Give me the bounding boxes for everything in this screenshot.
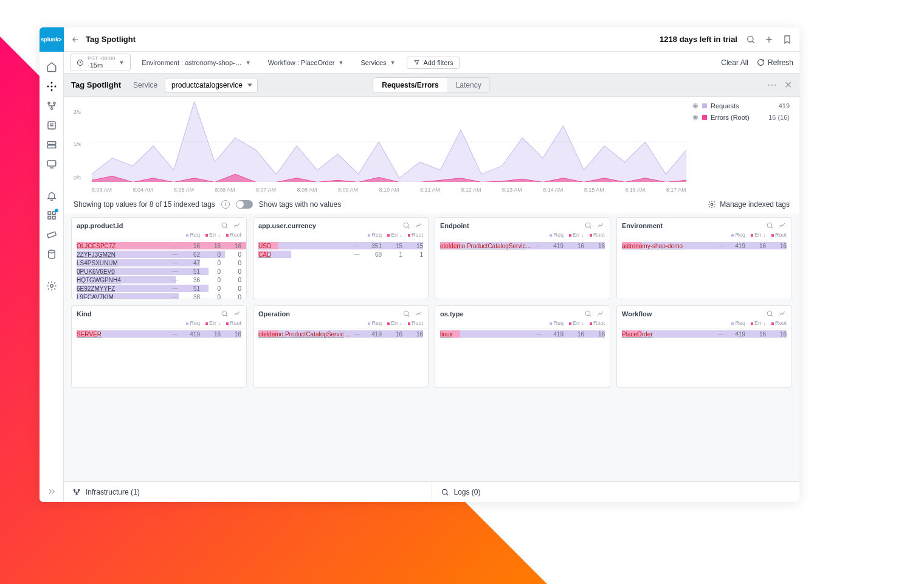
tag-value-row[interactable]: CAD—6811 — [258, 250, 423, 259]
search-icon[interactable] — [746, 35, 756, 44]
tab-requests-errors[interactable]: Requests/Errors — [373, 78, 447, 92]
err-value: 16 — [200, 243, 221, 249]
database-icon[interactable] — [46, 249, 57, 260]
err-value: 15 — [382, 243, 402, 249]
bookmark-icon[interactable] — [782, 35, 792, 44]
svg-rect-12 — [48, 212, 51, 215]
footer-logs[interactable]: Logs (0) — [432, 482, 800, 502]
show-no-values-toggle[interactable] — [236, 200, 253, 209]
err-value: 16 — [200, 331, 221, 338]
tag-card: KindReqErr ↓RootSERVER—4191616 — [71, 305, 247, 388]
req-value: 62 — [179, 251, 200, 258]
col-req: Req — [179, 320, 200, 326]
timezone-label: PST -08:00 — [88, 56, 115, 61]
card-chart-icon[interactable] — [415, 310, 423, 318]
server-icon[interactable] — [46, 139, 57, 150]
card-search-icon[interactable] — [584, 221, 592, 229]
grid-icon[interactable] — [46, 210, 57, 221]
card-search-icon[interactable] — [766, 221, 774, 229]
tag-value-row[interactable]: SERVER—4191616 — [77, 330, 241, 338]
ruler-icon[interactable] — [46, 229, 57, 240]
add-icon[interactable] — [764, 35, 774, 44]
card-search-icon[interactable] — [402, 221, 410, 229]
req-value: 47 — [179, 260, 200, 266]
home-icon[interactable] — [46, 61, 57, 72]
main-chart: 0/s 1/s 2/s 8:03 AM8:04 AM8:05 AM8:06 AM… — [64, 97, 799, 195]
expand-sidebar-icon[interactable] — [47, 487, 56, 496]
tag-value-row[interactable]: linux—4191616 — [440, 330, 605, 338]
tag-value-row[interactable]: L9ECAV7KIM—3800 — [77, 293, 241, 299]
main-content: Tag Spotlight 1218 days left in trial PS… — [64, 27, 799, 502]
eye-icon[interactable]: ◉ — [692, 102, 698, 109]
card-chart-icon[interactable] — [233, 221, 241, 229]
tag-value-row[interactable]: 0PUK6V6EV0—5100 — [77, 267, 241, 276]
card-search-icon[interactable] — [221, 310, 229, 318]
card-search-icon[interactable] — [584, 310, 592, 318]
back-button[interactable] — [71, 35, 80, 44]
info-icon[interactable]: i — [221, 200, 230, 209]
svg-point-18 — [50, 285, 53, 288]
x-tick: 8:06 AM — [215, 187, 235, 193]
footer-infrastructure[interactable]: Infrastructure (1) — [64, 482, 432, 502]
legend-item-errors[interactable]: ◉ Errors (Root) 16 (16) — [692, 113, 790, 121]
err-value: 0 — [200, 251, 221, 258]
tag-card: EndpointReqErr ↓Roototeldemo.ProductCata… — [435, 217, 610, 299]
splunk-logo[interactable]: splunk> — [40, 27, 64, 52]
root-value: 0 — [221, 285, 241, 292]
trend-indicator: — — [353, 331, 361, 337]
req-value: 419 — [725, 331, 745, 338]
services-filter[interactable]: Services▼ — [354, 57, 401, 68]
monitor-icon[interactable] — [46, 159, 57, 170]
service-select[interactable]: productcatalogservice — [165, 78, 258, 92]
root-value: 16 — [402, 331, 423, 338]
card-search-icon[interactable] — [766, 310, 774, 318]
card-chart-icon[interactable] — [233, 310, 241, 318]
card-chart-icon[interactable] — [597, 310, 605, 318]
tag-value-row[interactable]: PlaceOrder—4191616 — [622, 330, 787, 338]
card-search-icon[interactable] — [402, 310, 410, 318]
tab-latency[interactable]: Latency — [447, 78, 490, 92]
card-chart-icon[interactable] — [415, 221, 423, 229]
manage-indexed-tags-link[interactable]: Manage indexed tags — [708, 200, 790, 209]
bell-icon[interactable] — [46, 190, 57, 201]
time-range-picker[interactable]: PST -08:00 -15m ▼ — [70, 54, 131, 71]
card-search-icon[interactable] — [221, 221, 229, 229]
tag-value-row[interactable]: oteldemo.ProductCatalogService…—4191616 — [440, 242, 605, 250]
card-chart-icon[interactable] — [597, 221, 605, 229]
gear-icon[interactable] — [46, 280, 57, 291]
x-tick: 8:04 AM — [133, 187, 153, 193]
card-chart-icon[interactable] — [779, 310, 787, 318]
card-chart-icon[interactable] — [779, 221, 787, 229]
eye-icon[interactable]: ◉ — [692, 113, 698, 121]
app-window: splunk> Tag Spotlight 1218 days left in … — [40, 27, 799, 502]
clear-all-button[interactable]: Clear All — [721, 58, 748, 67]
more-options-icon[interactable]: ⋯ — [767, 79, 777, 91]
card-title: Environment — [622, 222, 663, 229]
tag-value-row[interactable]: astronomy-shop-demo—4191616 — [622, 242, 787, 250]
apm-icon[interactable] — [46, 81, 57, 92]
tag-value-row[interactable]: HQTGWGPNH4—3600 — [77, 276, 241, 284]
req-value: 351 — [361, 243, 382, 249]
close-icon[interactable]: ✕ — [784, 79, 792, 91]
legend-item-requests[interactable]: ◉ Requests 419 — [692, 102, 790, 109]
x-tick: 8:07 AM — [256, 187, 276, 193]
add-filters-button[interactable]: Add filters — [407, 57, 460, 69]
tag-value-row[interactable]: LS4PSXUNUM—4700 — [77, 259, 241, 267]
tag-card: WorkflowReqErr ↓RootPlaceOrder—4191616 — [616, 305, 792, 388]
root-value: 16 — [584, 331, 605, 338]
environment-filter[interactable]: Environment : astronomy-shop-…▼ — [136, 57, 257, 68]
tag-value-row[interactable]: 2ZYFJ3GM2N—6200 — [77, 250, 241, 259]
refresh-button[interactable]: Refresh — [757, 58, 793, 67]
tag-value-row[interactable]: USD—3511515 — [258, 242, 423, 250]
list-icon[interactable] — [46, 120, 57, 131]
req-value: 419 — [725, 243, 745, 249]
topology-icon[interactable] — [46, 100, 57, 111]
tag-value-row[interactable]: oteldemo.ProductCatalogService…—4191616 — [258, 330, 423, 338]
root-value: 16 — [766, 243, 787, 249]
x-tick: 8:16 AM — [625, 187, 645, 193]
root-value: 16 — [221, 243, 241, 249]
tag-value-row[interactable]: 6E92ZMYYFZ—5100 — [77, 284, 241, 293]
workflow-filter[interactable]: Workflow : PlaceOrder▼ — [262, 57, 350, 68]
tag-value-row[interactable]: OLJCESPC7Z—161616 — [77, 242, 241, 250]
card-title: app.user.currency — [258, 222, 316, 229]
